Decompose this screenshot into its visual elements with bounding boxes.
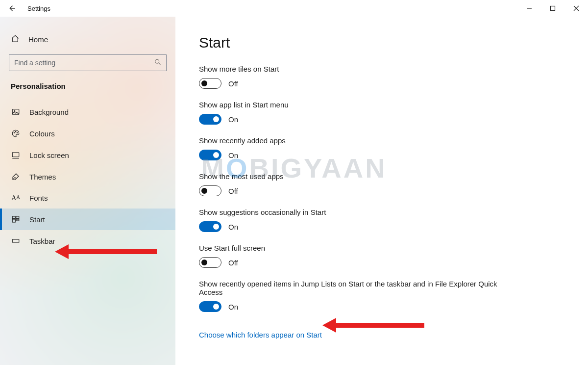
toggle-most-used[interactable] xyxy=(199,185,221,196)
toggle-state: On xyxy=(228,223,238,231)
sidebar-item-themes[interactable]: Themes xyxy=(0,166,175,187)
svg-rect-8 xyxy=(12,216,15,219)
search-input[interactable] xyxy=(9,54,167,71)
sidebar-item-label: Start xyxy=(29,215,45,224)
sidebar: Home Personalisation Background Colours xyxy=(0,17,175,365)
svg-rect-7 xyxy=(12,153,19,157)
sidebar-item-background[interactable]: Background xyxy=(0,101,175,123)
window-title: Settings xyxy=(27,5,50,12)
toggle-recently-added[interactable] xyxy=(199,150,221,160)
svg-point-1 xyxy=(155,59,159,63)
svg-rect-12 xyxy=(12,239,19,242)
setting-label: Show suggestions occasionally in Start xyxy=(199,208,522,216)
fonts-icon: AA xyxy=(11,194,21,202)
setting-app-list: Show app list in Start menu On xyxy=(199,101,522,125)
toggle-state: On xyxy=(228,303,238,311)
sidebar-item-label: Taskbar xyxy=(29,237,55,245)
taskbar-icon xyxy=(11,236,21,245)
sidebar-item-home[interactable]: Home xyxy=(0,31,175,54)
minimize-button[interactable] xyxy=(517,0,541,17)
arrow-left-icon xyxy=(7,4,16,13)
search-icon xyxy=(154,58,162,68)
toggle-state: On xyxy=(228,151,238,159)
svg-point-4 xyxy=(14,132,15,133)
setting-label: Show the most used apps xyxy=(199,172,522,181)
title-bar: Settings xyxy=(0,0,588,17)
toggle-fullscreen[interactable] xyxy=(199,257,221,268)
sidebar-section-title: Personalisation xyxy=(0,82,175,101)
toggle-state: Off xyxy=(228,259,238,267)
setting-label: Show more tiles on Start xyxy=(199,65,522,73)
start-icon xyxy=(11,215,21,224)
svg-point-5 xyxy=(15,131,16,132)
sidebar-item-label: Background xyxy=(29,108,69,116)
close-icon xyxy=(573,5,579,11)
palette-icon xyxy=(11,129,21,138)
link-choose-folders[interactable]: Choose which folders appear on Start xyxy=(199,331,322,339)
setting-most-used: Show the most used apps Off xyxy=(199,172,522,196)
svg-rect-9 xyxy=(16,216,19,219)
toggle-suggestions[interactable] xyxy=(199,221,221,232)
toggle-jumplists[interactable] xyxy=(199,301,221,312)
home-icon xyxy=(11,34,20,45)
setting-label: Show recently added apps xyxy=(199,136,522,145)
svg-rect-11 xyxy=(16,219,19,221)
setting-suggestions: Show suggestions occasionally in Start O… xyxy=(199,208,522,232)
setting-more-tiles: Show more tiles on Start Off xyxy=(199,65,522,89)
back-button[interactable] xyxy=(0,0,24,17)
sidebar-item-label: Lock screen xyxy=(29,151,69,159)
svg-point-6 xyxy=(17,132,18,133)
sidebar-item-colours[interactable]: Colours xyxy=(0,123,175,144)
toggle-app-list[interactable] xyxy=(199,114,221,125)
themes-icon xyxy=(11,172,21,181)
sidebar-item-label: Home xyxy=(28,35,48,44)
search-wrap xyxy=(9,54,167,71)
setting-label: Use Start full screen xyxy=(199,244,522,252)
sidebar-item-lockscreen[interactable]: Lock screen xyxy=(0,144,175,166)
window-controls xyxy=(517,0,588,17)
main-area: Home Personalisation Background Colours xyxy=(0,17,588,365)
lockscreen-icon xyxy=(11,151,21,159)
sidebar-item-label: Fonts xyxy=(29,194,48,202)
sidebar-item-start[interactable]: Start xyxy=(0,209,175,230)
svg-rect-0 xyxy=(551,6,555,11)
setting-label: Show recently opened items in Jump Lists… xyxy=(199,280,522,296)
content-pane: Start Show more tiles on Start Off Show … xyxy=(175,17,588,365)
svg-rect-10 xyxy=(12,219,15,222)
setting-jumplists: Show recently opened items in Jump Lists… xyxy=(199,280,522,312)
sidebar-item-label: Colours xyxy=(29,130,55,138)
close-button[interactable] xyxy=(564,0,588,17)
setting-recently-added: Show recently added apps On xyxy=(199,136,522,160)
annotation-arrow-link xyxy=(322,318,424,333)
toggle-state: Off xyxy=(228,79,238,88)
page-title: Start xyxy=(199,34,564,51)
picture-icon xyxy=(11,107,21,116)
toggle-more-tiles[interactable] xyxy=(199,78,221,89)
sidebar-item-fonts[interactable]: AA Fonts xyxy=(0,187,175,209)
toggle-state: On xyxy=(228,115,238,124)
maximize-button[interactable] xyxy=(541,0,564,17)
annotation-arrow-sidebar xyxy=(55,244,157,259)
maximize-icon xyxy=(550,5,556,11)
minimize-icon xyxy=(526,5,532,11)
sidebar-item-label: Themes xyxy=(29,173,56,181)
setting-label: Show app list in Start menu xyxy=(199,101,522,109)
toggle-state: Off xyxy=(228,187,238,195)
setting-fullscreen: Use Start full screen Off xyxy=(199,244,522,268)
